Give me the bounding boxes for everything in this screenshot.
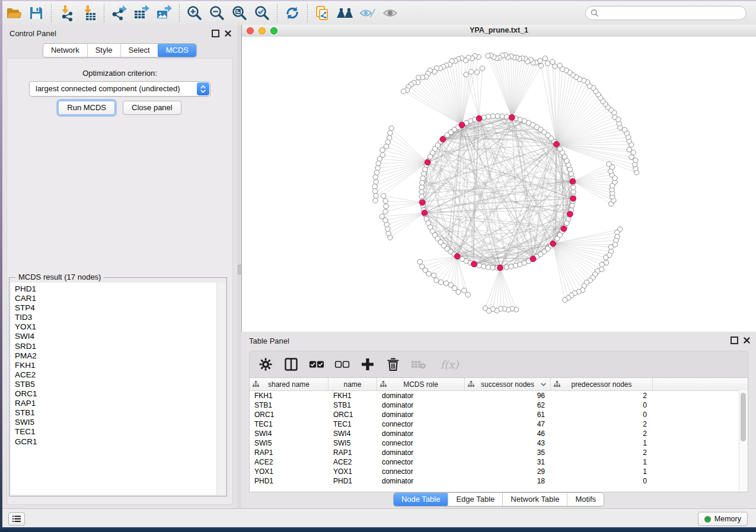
eye-icon bbox=[382, 7, 398, 20]
zoom-out-icon bbox=[209, 5, 225, 21]
select-all-columns-button[interactable] bbox=[309, 357, 324, 372]
close-panel-icon[interactable] bbox=[225, 30, 231, 37]
mcds-result-item[interactable]: STB1 bbox=[11, 408, 217, 418]
table-row[interactable]: PHD1PHD1dominator180 bbox=[250, 476, 748, 486]
mcds-result-item[interactable]: ORC1 bbox=[11, 389, 217, 399]
network-canvas[interactable] bbox=[242, 37, 756, 332]
tab-edge-table[interactable]: Edge Table bbox=[448, 493, 502, 506]
memory-button[interactable]: Memory bbox=[698, 512, 748, 526]
mcds-result-item[interactable]: PMA2 bbox=[11, 351, 217, 361]
import-table-button[interactable] bbox=[78, 3, 100, 23]
criterion-select[interactable]: largest connected component (undirected) bbox=[29, 81, 210, 97]
mcds-result-item[interactable]: SWI4 bbox=[11, 332, 217, 341]
export-image-button[interactable] bbox=[153, 3, 176, 23]
delete-column-button[interactable] bbox=[385, 357, 401, 372]
mcds-result-item[interactable]: STP4 bbox=[11, 303, 217, 313]
table-scrollbar-thumb[interactable] bbox=[741, 393, 746, 441]
table-row[interactable]: FKH1FKH1dominator962 bbox=[250, 391, 748, 400]
mcds-result-item[interactable]: RAP1 bbox=[11, 399, 217, 408]
optimization-criterion-label: Optimization criterion: bbox=[7, 69, 232, 78]
tab-style[interactable]: Style bbox=[87, 44, 120, 57]
close-table-panel-icon[interactable] bbox=[744, 337, 750, 344]
table-row[interactable]: STB1STB1dominator620 bbox=[250, 400, 748, 410]
run-mcds-button[interactable]: Run MCDS bbox=[58, 101, 115, 115]
table-row[interactable]: ORC1ORC1dominator610 bbox=[250, 410, 748, 419]
tab-network-table[interactable]: Network Table bbox=[502, 493, 567, 506]
mcds-result-scrollbar[interactable] bbox=[216, 283, 225, 495]
open-file-button[interactable] bbox=[2, 3, 25, 23]
zoom-out-button[interactable] bbox=[206, 3, 228, 23]
cell: ORC1 bbox=[250, 411, 328, 419]
table-row[interactable]: SWI4SWI4dominator462 bbox=[250, 429, 748, 438]
column-header-shared-name[interactable]: shared name bbox=[250, 378, 328, 390]
table-row[interactable]: YOX1YOX1connector291 bbox=[250, 467, 748, 476]
zoom-fit-button[interactable] bbox=[228, 3, 251, 23]
close-panel-button[interactable]: Close panel bbox=[123, 101, 181, 115]
import-network-button[interactable] bbox=[55, 3, 78, 23]
add-column-button[interactable] bbox=[360, 357, 375, 372]
table-row[interactable]: RAP1RAP1dominator352 bbox=[250, 448, 748, 457]
zoom-selected-button[interactable] bbox=[251, 3, 273, 23]
column-header-name[interactable]: name bbox=[328, 378, 377, 390]
mcds-panel: Optimization criterion: largest connecte… bbox=[7, 58, 233, 505]
cell: dominator bbox=[377, 448, 465, 457]
network-graph[interactable] bbox=[242, 37, 755, 332]
hide-selected-button[interactable] bbox=[356, 3, 379, 23]
deselect-all-columns-button[interactable] bbox=[334, 357, 350, 372]
save-button[interactable] bbox=[25, 3, 47, 23]
mcds-result-item[interactable]: YOX1 bbox=[11, 322, 217, 332]
cell: 35 bbox=[465, 448, 551, 457]
tab-select[interactable]: Select bbox=[120, 44, 158, 57]
search-icon bbox=[591, 9, 599, 17]
mcds-result-item[interactable]: FKH1 bbox=[11, 361, 217, 370]
mcds-result-item[interactable]: CAR1 bbox=[11, 294, 217, 303]
new-network-from-selection-button[interactable] bbox=[311, 3, 334, 23]
cell: STB1 bbox=[328, 401, 377, 409]
mcds-result-item[interactable]: GCR1 bbox=[11, 437, 217, 447]
tab-motifs[interactable]: Motifs bbox=[567, 493, 604, 506]
mcds-result-item[interactable]: TEC1 bbox=[11, 427, 217, 437]
delete-table-button[interactable] bbox=[411, 357, 426, 372]
float-panel-button[interactable] bbox=[212, 30, 219, 37]
first-neighbors-button[interactable] bbox=[334, 3, 356, 23]
tab-node-table[interactable]: Node Table bbox=[394, 492, 448, 507]
zoom-in-button[interactable] bbox=[183, 3, 206, 23]
search-input[interactable] bbox=[602, 8, 741, 18]
function-builder-button[interactable]: f(x) bbox=[436, 357, 462, 372]
mcds-result-list[interactable]: PHD1CAR1STP4TID3YOX1SWI4SRD1PMA2FKH1ACE2… bbox=[11, 283, 217, 495]
mcds-result-item[interactable]: STB5 bbox=[11, 380, 217, 389]
open-folder-icon bbox=[5, 5, 22, 21]
control-panel-tabs: NetworkStyleSelectMCDS bbox=[43, 43, 197, 57]
column-header-label: name bbox=[343, 380, 361, 389]
search-field[interactable] bbox=[585, 6, 747, 20]
table-scrollbar[interactable] bbox=[739, 390, 748, 492]
show-panel-list-button[interactable] bbox=[8, 512, 25, 525]
cell: 0 bbox=[551, 477, 653, 485]
table-settings-button[interactable] bbox=[258, 357, 273, 372]
apply-layout-button[interactable] bbox=[281, 3, 304, 23]
mcds-result-item[interactable]: SWI5 bbox=[11, 418, 217, 427]
split-columns-button[interactable] bbox=[283, 357, 299, 372]
show-all-button[interactable] bbox=[379, 3, 401, 23]
table-row[interactable]: ACE2ACE2connector311 bbox=[250, 457, 748, 467]
mcds-result-box: MCDS result (17 nodes) PHD1CAR1STP4TID3Y… bbox=[9, 277, 227, 496]
mcds-result-item[interactable]: TID3 bbox=[11, 313, 217, 322]
tab-network[interactable]: Network bbox=[43, 44, 87, 57]
export-network-button[interactable] bbox=[108, 3, 130, 23]
mcds-result-item[interactable]: SRD1 bbox=[11, 342, 217, 351]
column-header-predecessor-nodes[interactable]: predecessor nodes bbox=[551, 378, 653, 390]
vertical-splitter[interactable] bbox=[237, 25, 241, 508]
column-header-successor-nodes[interactable]: successor nodes bbox=[465, 378, 551, 390]
cell: 61 bbox=[465, 411, 551, 419]
refresh-icon bbox=[284, 5, 301, 21]
export-table-button[interactable] bbox=[130, 3, 153, 23]
column-header-MCDS-role[interactable]: MCDS role bbox=[377, 378, 465, 390]
network-window-titlebar[interactable]: YPA_prune.txt_1 bbox=[242, 25, 756, 37]
mcds-result-item[interactable]: PHD1 bbox=[11, 284, 217, 294]
mcds-result-item[interactable]: ACE2 bbox=[11, 370, 217, 380]
table-row[interactable]: SWI5SWI5connector431 bbox=[250, 438, 748, 448]
tree-icon bbox=[468, 381, 474, 387]
float-table-panel-button[interactable] bbox=[731, 336, 738, 344]
tab-mcds[interactable]: MCDS bbox=[158, 43, 196, 57]
table-row[interactable]: TEC1TEC1connector472 bbox=[250, 419, 748, 429]
